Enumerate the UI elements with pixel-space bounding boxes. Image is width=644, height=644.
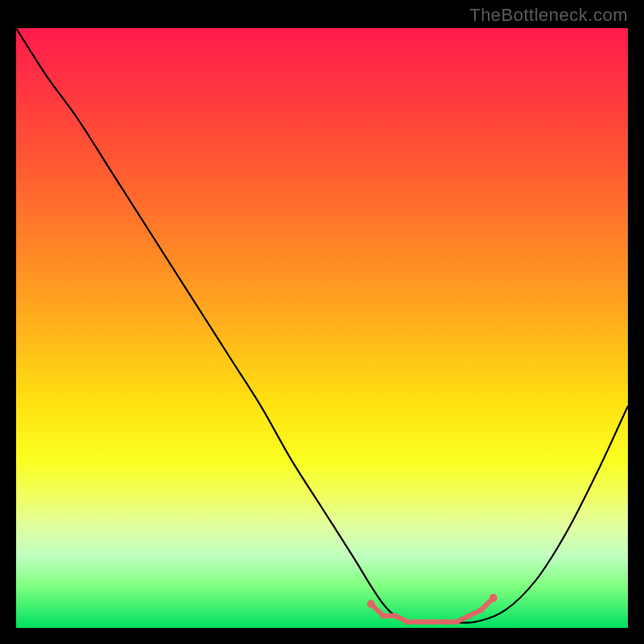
optimal-marker: [478, 607, 484, 613]
optimal-marker: [454, 619, 460, 625]
optimal-marker: [381, 613, 386, 619]
plot-area: [16, 28, 628, 628]
curve-layer: [16, 28, 628, 628]
watermark-text: TheBottleneck.com: [469, 5, 628, 26]
optimal-marker: [405, 619, 411, 625]
optimal-marker: [489, 594, 497, 602]
optimal-marker: [442, 619, 448, 625]
optimal-range-markers: [367, 594, 497, 625]
optimal-marker: [393, 613, 398, 619]
chart-container: TheBottleneck.com: [0, 0, 644, 644]
optimal-marker: [367, 600, 375, 608]
optimal-marker: [429, 619, 435, 625]
optimal-marker: [417, 619, 423, 625]
optimal-marker: [466, 613, 472, 619]
bottleneck-curve: [16, 28, 628, 623]
